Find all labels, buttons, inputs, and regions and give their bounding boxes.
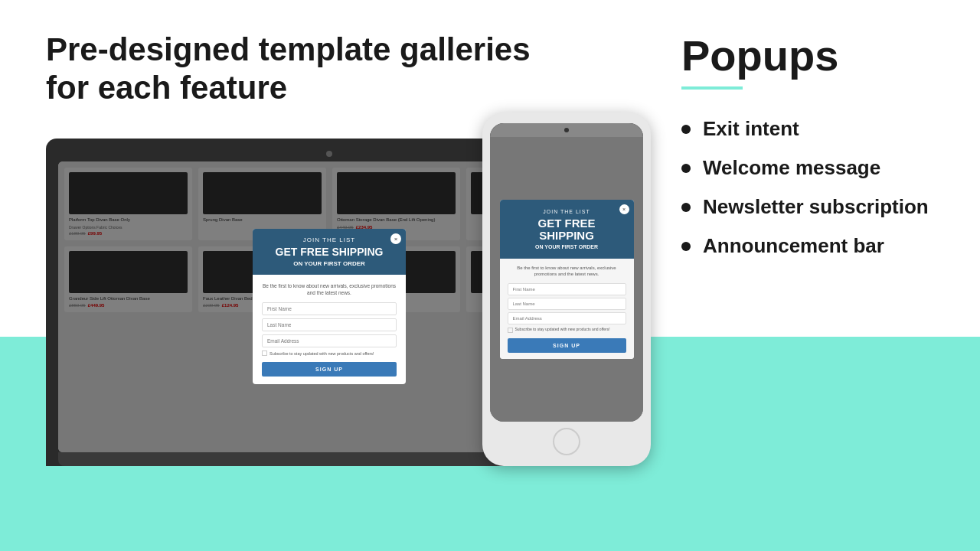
- checkbox-row: Subscribe to stay updated with new produ…: [262, 350, 397, 356]
- popup-title: GET FREE SHIPPING: [262, 246, 397, 258]
- bullet-icon: [681, 125, 691, 134]
- phone-home-button[interactable]: [553, 428, 580, 455]
- phone-camera: [564, 128, 569, 132]
- left-panel: Pre-designed template galleries for each…: [0, 0, 658, 551]
- popup-header: JOIN THE LIST GET FREE SHIPPING ON YOUR …: [253, 229, 406, 274]
- popup-join-text: JOIN THE LIST: [262, 236, 397, 243]
- phone-checkbox-label: Subscribe to stay updated with new produ…: [515, 327, 610, 332]
- feature-title: Popups: [681, 31, 949, 80]
- feature-item-label: Announcement bar: [703, 234, 884, 258]
- popup-description: Be the first to know about new arrivals,…: [262, 282, 397, 296]
- phone-popup-subtitle: ON YOUR FIRST ORDER: [508, 244, 626, 249]
- list-item: Welcome message: [681, 156, 949, 180]
- phone-popup-description: Be the first to know about new arrivals,…: [508, 265, 626, 278]
- first-name-input[interactable]: [262, 302, 397, 315]
- phone-popup-join-text: JOIN THE LIST: [508, 209, 626, 214]
- feature-item-label: Welcome message: [703, 156, 880, 180]
- feature-title-underline: [681, 86, 743, 90]
- feature-item-label: Exit intent: [703, 117, 799, 141]
- phone-popup-title: GET FREESHIPPING: [508, 217, 626, 243]
- email-input[interactable]: [262, 334, 397, 347]
- last-name-input[interactable]: [262, 318, 397, 331]
- phone-signup-button[interactable]: SIGN UP: [508, 338, 626, 353]
- devices-wrapper: Platform Top Divan Base Only Drawer Opti…: [46, 139, 635, 466]
- bullet-icon: [681, 203, 691, 212]
- right-panel: Popups Exit intent Welcome message Newsl…: [658, 0, 980, 551]
- popup-subtitle: ON YOUR FIRST ORDER: [262, 260, 397, 267]
- phone-popup-overlay: JOIN THE LIST GET FREESHIPPING ON YOUR F…: [490, 137, 643, 422]
- bullet-icon: [681, 164, 691, 173]
- popup-body: Be the first to know about new arrivals,…: [253, 275, 406, 384]
- phone-last-name-input[interactable]: [508, 298, 626, 310]
- list-item: Exit intent: [681, 117, 949, 141]
- phone-popup-modal: JOIN THE LIST GET FREESHIPPING ON YOUR F…: [500, 200, 634, 359]
- bullet-icon: [681, 242, 691, 251]
- phone-first-name-input[interactable]: [508, 283, 626, 295]
- page-title: Pre-designed template galleries for each…: [46, 31, 635, 108]
- list-item: Newsletter subscription: [681, 195, 949, 219]
- subscribe-checkbox[interactable]: [262, 350, 267, 356]
- laptop-camera: [326, 151, 332, 157]
- phone-shop-content: JOIN THE LIST GET FREESHIPPING ON YOUR F…: [490, 137, 643, 422]
- popup-close-button[interactable]: ×: [390, 233, 401, 244]
- phone-popup-body: Be the first to know about new arrivals,…: [500, 259, 634, 359]
- phone-email-input[interactable]: [508, 312, 626, 324]
- signup-button[interactable]: SIGN UP: [262, 362, 397, 377]
- checkbox-label: Subscribe to stay updated with new produ…: [270, 351, 374, 356]
- phone-device: JOIN THE LIST GET FREESHIPPING ON YOUR F…: [482, 112, 651, 466]
- phone-camera-area: [490, 123, 643, 137]
- phone-subscribe-checkbox[interactable]: [508, 328, 513, 333]
- phone-screen: JOIN THE LIST GET FREESHIPPING ON YOUR F…: [490, 123, 643, 422]
- feature-item-label: Newsletter subscription: [703, 195, 929, 219]
- popup-modal: JOIN THE LIST GET FREE SHIPPING ON YOUR …: [253, 229, 406, 384]
- phone-popup-header: JOIN THE LIST GET FREESHIPPING ON YOUR F…: [500, 200, 634, 259]
- phone-checkbox-row: Subscribe to stay updated with new produ…: [508, 327, 626, 333]
- phone-popup-close-button[interactable]: ×: [619, 204, 629, 214]
- feature-list: Exit intent Welcome message Newsletter s…: [681, 117, 949, 258]
- content-wrapper: Pre-designed template galleries for each…: [0, 0, 980, 551]
- list-item: Announcement bar: [681, 234, 949, 258]
